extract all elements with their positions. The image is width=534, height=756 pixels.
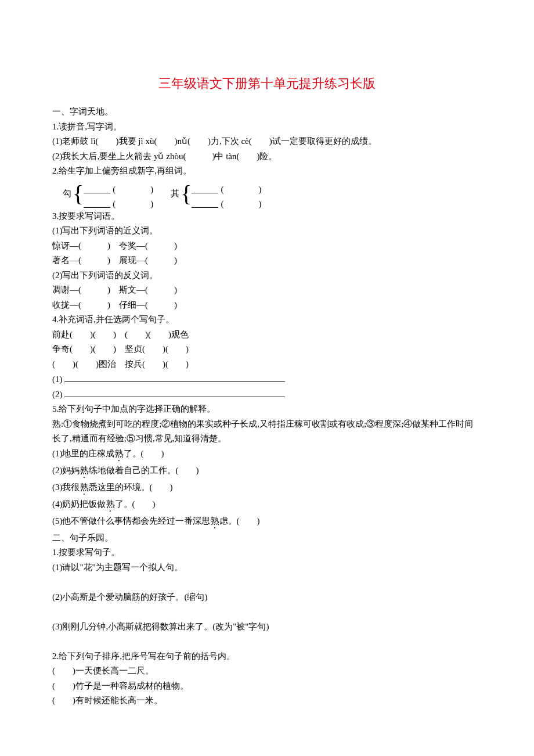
q5-item-1: (1)地里的庄稼成熟了。( ) xyxy=(52,447,482,463)
s2-q1-b: (2)小高斯是个爱动脑筋的好孩子。(缩句) xyxy=(52,590,482,605)
q1-line-2: (2)我长大后,要坐上火箭去 yǔ zhòu( )中 tàn( )险。 xyxy=(52,149,482,164)
q2-group-1: 勾 { () () xyxy=(59,182,153,206)
q4-l1: 前赴( )( ) ( )( )观色 xyxy=(52,327,482,343)
q4-l2: 争奇( )( ) 坚贞( )( ) xyxy=(52,342,482,357)
s2-q2-b: ( )竹子是一种容易成材的植物。 xyxy=(52,679,482,694)
q1-title: 1.读拼音,写字词。 xyxy=(52,120,482,135)
s2-q1-title: 1.按要求写句子。 xyxy=(52,545,482,560)
q2-g2-row2: () xyxy=(192,197,261,212)
q5-item-3: (3)我很熟悉这里的环境。( ) xyxy=(52,480,482,497)
q2-group-2: 其 { () () xyxy=(167,182,261,206)
s2-q1-c: (3)刚刚几分钟,小高斯就把得数算出来了。(改为"被"字句) xyxy=(52,620,482,635)
q2-g2-row1: () xyxy=(192,182,261,197)
q3-sub2: (2)写出下列词语的反义词。 xyxy=(52,268,482,283)
q5-item-2: (2)妈妈熟练地做着自己的工作。( ) xyxy=(52,463,482,480)
q5-item-5: (5)他不管做什么事情都会先经过一番深思熟虑。( ) xyxy=(52,514,482,531)
q3-b1: 凋谢—( ) 斯文—( ) xyxy=(52,283,482,298)
q3-sub1: (1)写出下列词语的近义词。 xyxy=(52,224,482,239)
s2-q1-b-space xyxy=(52,604,482,620)
document-title: 三年级语文下册第十单元提升练习长版 xyxy=(52,73,482,94)
brace-icon: { xyxy=(73,182,84,206)
q2-brace-block: 勾 { () () 其 { () () xyxy=(59,182,482,206)
s2-q1-c-space xyxy=(52,634,482,649)
s2-q2-title: 2.给下列句子排序,把序号写在句子前的括号内。 xyxy=(52,649,482,664)
q5-title: 5.给下列句子中加点的字选择正确的解释。 xyxy=(52,402,482,417)
s2-q2-a: ( )一天便长高一二尺。 xyxy=(52,664,482,679)
q4-blank2: (2) xyxy=(52,387,482,402)
q4-blank1: (1) xyxy=(52,372,482,387)
s2-q1-a: (1)请以"花"为主题写一个拟人句。 xyxy=(52,560,482,575)
q4-title: 4.补充词语,并任选两个写句子。 xyxy=(52,312,482,327)
q2-g1-row1: () xyxy=(84,182,153,197)
q2-char-1: 勾 xyxy=(63,186,71,201)
q3-b2: 收拢—( ) 仔细—( ) xyxy=(52,298,482,313)
q3-title: 3.按要求写词语。 xyxy=(52,209,482,224)
s2-q1-a-space xyxy=(52,575,482,590)
s2-q2-c: ( )有时候还能长高一米。 xyxy=(52,693,482,708)
q1-line-1: (1)老师鼓 lì( )我要 jì xù( )nǔ( )力,下次 cè( )试一… xyxy=(52,134,482,149)
q3-a2: 著名—( ) 展现—( ) xyxy=(52,253,482,268)
section-1-heading: 一、字词天地。 xyxy=(52,105,482,120)
q3-a1: 惊讶—( ) 夸奖—( ) xyxy=(52,239,482,254)
q4-l3: ( )( )图治 按兵( )( ) xyxy=(52,357,482,372)
section-2-heading: 二、句子乐园。 xyxy=(52,531,482,546)
brace-icon: { xyxy=(181,182,192,206)
q2-title: 2.给生字加上偏旁组成新字,再组词。 xyxy=(52,164,482,179)
q5-item-4: (4)奶奶把饭做熟了。( ) xyxy=(52,497,482,514)
q5-definition: 熟:①食物烧煮到可吃的程度;②植物的果实或种子长成,又特指庄稼可收割或有收成;③… xyxy=(52,417,482,447)
q2-char-2: 其 xyxy=(171,186,179,201)
